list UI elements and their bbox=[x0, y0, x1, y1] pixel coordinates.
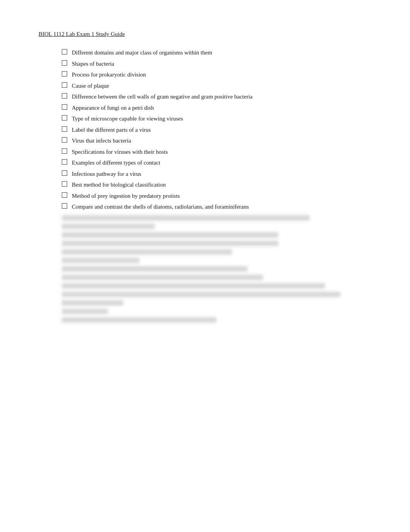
list-item-text: Different domains and major class of org… bbox=[72, 48, 212, 57]
blurred-line bbox=[62, 292, 341, 297]
list-item: Shapes of bacteria bbox=[62, 59, 371, 68]
list-item-text: Type of microscope capable for viewing v… bbox=[72, 114, 183, 123]
list-item: Virus that infects bacteria bbox=[62, 136, 371, 145]
bullet-icon bbox=[62, 82, 67, 88]
bullet-icon bbox=[62, 49, 67, 54]
page-title: BIOL 1112 Lab Exam 1 Study Guide bbox=[39, 31, 371, 37]
blurred-line bbox=[62, 224, 155, 229]
bullet-icon bbox=[62, 148, 67, 154]
document-container: BIOL 1112 Lab Exam 1 Study Guide Differe… bbox=[39, 31, 371, 323]
bullet-icon bbox=[62, 192, 67, 198]
list-item-text: Virus that infects bacteria bbox=[72, 136, 131, 145]
blurred-line bbox=[62, 283, 325, 289]
bullet-icon bbox=[62, 126, 67, 132]
list-item-text: Cause of plaque bbox=[72, 82, 109, 90]
list-item-text: Method of prey ingestion by predatory pr… bbox=[72, 192, 180, 201]
list-item-text: Shapes of bacteria bbox=[72, 59, 114, 68]
list-item-text: Specifications for viruses with their ho… bbox=[72, 148, 168, 156]
list-item-text: Label the different parts of a virus bbox=[72, 126, 151, 134]
list-item-text: Appearance of fungi on a petri dish bbox=[72, 104, 154, 112]
blurred-line bbox=[62, 317, 217, 323]
blurred-line bbox=[62, 241, 278, 246]
blurred-line bbox=[62, 266, 247, 272]
list-item: Specifications for viruses with their ho… bbox=[62, 148, 371, 156]
blurred-line bbox=[62, 300, 124, 306]
blurred-line bbox=[62, 309, 108, 314]
list-item: Method of prey ingestion by predatory pr… bbox=[62, 192, 371, 201]
blurred-line bbox=[62, 215, 310, 221]
bullet-icon bbox=[62, 71, 67, 76]
list-item: Process for prokaryotic division bbox=[62, 70, 371, 79]
list-item: Compare and contrast the shells of diato… bbox=[62, 202, 371, 211]
bullet-icon bbox=[62, 104, 67, 110]
list-item: Best method for biological classificatio… bbox=[62, 180, 371, 189]
bullet-icon bbox=[62, 203, 67, 209]
bullet-icon bbox=[62, 115, 67, 121]
study-guide-list: Different domains and major class of org… bbox=[39, 48, 371, 211]
list-item-text: Process for prokaryotic division bbox=[72, 70, 146, 79]
blurred-line bbox=[62, 232, 278, 238]
blurred-line bbox=[62, 275, 263, 280]
list-item: Difference between the cell walls of gra… bbox=[62, 92, 371, 101]
bullet-icon bbox=[62, 181, 67, 187]
bullet-icon bbox=[62, 170, 67, 176]
blurred-line bbox=[62, 249, 232, 255]
list-item-text: Infectious pathway for a virus bbox=[72, 170, 141, 178]
list-item: Cause of plaque bbox=[62, 82, 371, 90]
bullet-icon bbox=[62, 93, 67, 99]
blurred-inner bbox=[62, 215, 371, 323]
blurred-content bbox=[39, 215, 371, 323]
list-item-text: Examples of different types of contact bbox=[72, 158, 160, 167]
list-item: Appearance of fungi on a petri dish bbox=[62, 104, 371, 112]
blurred-line bbox=[62, 258, 139, 263]
list-item: Different domains and major class of org… bbox=[62, 48, 371, 57]
list-item-text: Compare and contrast the shells of diato… bbox=[72, 202, 249, 211]
list-item: Infectious pathway for a virus bbox=[62, 170, 371, 178]
list-item-text: Best method for biological classificatio… bbox=[72, 180, 166, 189]
bullet-icon bbox=[62, 137, 67, 143]
list-item: Type of microscope capable for viewing v… bbox=[62, 114, 371, 123]
list-item: Examples of different types of contact bbox=[62, 158, 371, 167]
list-item: Label the different parts of a virus bbox=[62, 126, 371, 134]
list-item-text: Difference between the cell walls of gra… bbox=[72, 92, 252, 101]
bullet-icon bbox=[62, 159, 67, 165]
bullet-icon bbox=[62, 60, 67, 66]
